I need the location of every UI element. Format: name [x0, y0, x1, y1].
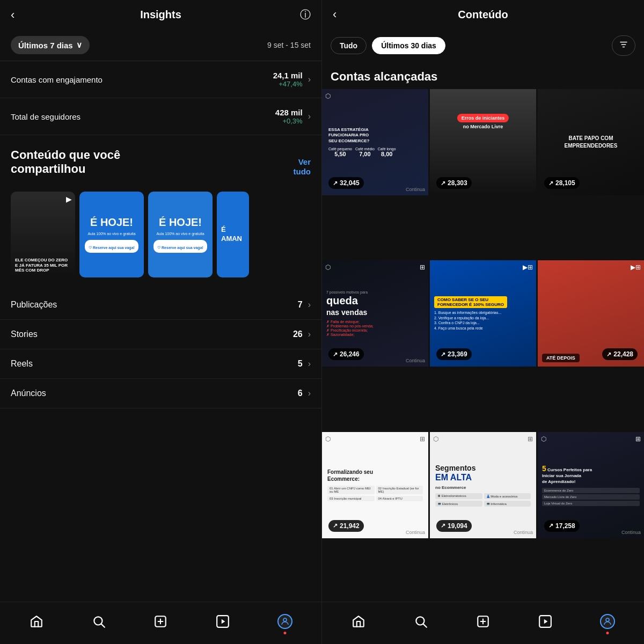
profile-icon-right: [600, 614, 615, 629]
grid-courses-9: Ecommerce do Zero Mercado Livre do Zero …: [542, 488, 640, 506]
grid-card-text-3: BATE PAPO COMEMPREENDEDORES: [565, 135, 618, 150]
nav-home-left[interactable]: [25, 610, 48, 633]
thumb-sub-2: Aula 100% ao vivo e gratuita: [87, 232, 135, 236]
grid-banner-5: COMO SABER SE O SEUFORNECEDOR É 100% SEG…: [434, 296, 507, 308]
grid-item-4[interactable]: ⬡ ⊞ 7 possíveis motivos para quedanas ve…: [322, 260, 428, 367]
left-back-button[interactable]: ‹: [11, 8, 27, 22]
svg-line-12: [423, 624, 427, 627]
followers-stat-row[interactable]: Total de seguidores 428 mil +0,3% ›: [0, 98, 321, 135]
nav-search-left[interactable]: [87, 610, 111, 633]
content-section-title: Conteúdo que você compartilhou: [11, 148, 120, 177]
left-info-button[interactable]: ⓘ: [295, 8, 311, 22]
thumb-item-4[interactable]: É AMAN: [217, 192, 249, 277]
grid-title-8: SegmentosEM ALTA: [435, 464, 531, 483]
engagement-value-group: 24,1 mil +47,4%: [273, 71, 303, 88]
engagement-change: +47,4%: [273, 80, 303, 88]
nav-add-left[interactable]: [149, 610, 172, 633]
thumb-cta-2: ♡ Reserve aqui sua vaga!: [85, 240, 138, 253]
grid-stat-9: ↗17,258: [541, 517, 583, 535]
followers-label: Total de seguidores: [11, 112, 80, 121]
grid-icon-9: ⬡: [541, 435, 546, 443]
nav-reels-left[interactable]: [211, 610, 235, 633]
profile-icon-left: [277, 614, 292, 629]
date-filter-pill[interactable]: Últimos 7 dias ∨: [11, 36, 90, 54]
metric-right-stories: 26 ›: [293, 330, 311, 339]
followers-change: +0,3%: [275, 117, 303, 125]
grid-list-4: ✗ Falta de estoque; ✗ Problemas no pós-v…: [326, 320, 374, 337]
thumb-label-2: É HOJE!: [90, 216, 133, 229]
thumb-item-1[interactable]: ▶ ELE COMEÇOU DO ZERO E JÁ FATURA 35 MIL…: [11, 192, 75, 277]
followers-value: 428 mil: [275, 108, 303, 117]
date-filter-row: Últimos 7 dias ∨ 9 set - 15 set: [0, 30, 321, 61]
thumb-item-2[interactable]: É HOJE! Aula 100% ao vivo e gratuita ♡ R…: [79, 192, 144, 277]
right-bottom-nav: [322, 602, 644, 644]
followers-value-group: 428 mil +0,3%: [275, 108, 303, 125]
svg-line-1: [101, 624, 105, 627]
chevron-right-icon: ›: [308, 75, 311, 84]
grid-item-6[interactable]: ▶⊞ ATÉ DEPOIS ↗22,428: [538, 260, 644, 367]
metric-count-reels: 5: [298, 359, 303, 369]
chevron-down-icon: ∨: [76, 40, 82, 50]
grid-gallery-icon-8: ⊞: [528, 435, 533, 443]
followers-right: 428 mil +0,3% ›: [275, 108, 311, 125]
filter-options-button[interactable]: [612, 35, 635, 56]
thumbnail-strip: ▶ ELE COMEÇOU DO ZERO E JÁ FATURA 35 MIL…: [0, 192, 321, 286]
nav-add-right[interactable]: [471, 610, 495, 633]
grid-stat-6: ↗22,428: [599, 345, 641, 363]
grid-continues-8: Continua: [514, 530, 533, 535]
metric-right-reels: 5 ›: [298, 359, 311, 369]
metric-right-anuncios: 6 ›: [298, 389, 311, 398]
nav-home-right[interactable]: [347, 610, 370, 633]
grid-title-9: 5 Cursos Perfeitos paraIniciar sua Jorna…: [542, 464, 640, 485]
right-back-button[interactable]: ‹: [333, 8, 349, 21]
nav-profile-left[interactable]: [273, 610, 297, 633]
metric-publicacoes[interactable]: Publicações 7 ›: [0, 290, 321, 320]
metric-reels[interactable]: Reels 5 ›: [0, 349, 321, 379]
profile-dot-right: [606, 632, 609, 634]
nav-profile-right[interactable]: [596, 610, 619, 633]
grid-item-8[interactable]: ⬡ ⊞ SegmentosEM ALTA no Ecommerce 🖥 Elet…: [430, 432, 536, 538]
filter-tudo[interactable]: Tudo: [331, 37, 367, 54]
grid-item-5[interactable]: ▶⊞ COMO SABER SE O SEUFORNECEDOR É 100% …: [430, 260, 536, 367]
contas-alcancadas-title: Contas alcançadas: [322, 62, 644, 89]
thumb-label-1: ELE COMEÇOU DO ZERO E JÁ FATURA 35 MIL P…: [15, 258, 71, 273]
grid-stat-4: ↗26,246: [325, 345, 367, 363]
content-grid: ⬡ ESSA ESTRATÉGIAFUNCIONARIA PROSEU ECOM…: [322, 89, 644, 602]
thumb-item-3[interactable]: É HOJE! Aula 100% ao vivo e gratuita ♡ R…: [148, 192, 213, 277]
grid-continues-4: Continua: [406, 358, 425, 363]
chevron-reels: ›: [308, 359, 311, 369]
grid-coffee-prices: Café pequeno5,50 Café médio7,00 Café lon…: [326, 147, 398, 157]
grid-title-7: Formalizando seuEcommerce:: [327, 469, 423, 482]
grid-item-3[interactable]: BATE PAPO COMEMPREENDEDORES ↗28,105: [538, 89, 644, 195]
nav-search-right[interactable]: [409, 610, 433, 633]
svg-marker-17: [544, 619, 548, 624]
grid-item-7[interactable]: ⬡ ⊞ Formalizando seuEcommerce: 01 Abrir …: [322, 432, 428, 538]
grid-list-7: 01 Abrir um CNPJ como MEI ou ME 02 Inscr…: [327, 486, 423, 501]
metric-right-pub: 7 ›: [298, 300, 311, 310]
grid-item-2[interactable]: Erros de iniciantes no Mercado Livre ↗28…: [430, 89, 536, 195]
right-page-title: Conteúdo: [349, 9, 617, 21]
filter-30days[interactable]: Últimos 30 dias: [372, 37, 445, 54]
engagement-right: 24,1 mil +47,4% ›: [273, 71, 311, 88]
grid-gallery-icon-7: ⊞: [420, 435, 425, 443]
engagement-stat-row[interactable]: Contas com engajamento 24,1 mil +47,4% ›: [0, 61, 321, 98]
grid-icon-4: ⬡: [325, 264, 331, 271]
metric-anuncios[interactable]: Anúncios 6 ›: [0, 379, 321, 408]
grid-stat-5: ↗23,369: [433, 345, 475, 363]
thumb-label-3: É HOJE!: [159, 216, 202, 229]
grid-tag-4: 7 possíveis motivos para: [326, 290, 368, 294]
grid-card-text-1: ESSA ESTRATÉGIAFUNCIONARIA PROSEU ECOMME…: [326, 127, 371, 144]
metric-stories[interactable]: Stories 26 ›: [0, 320, 321, 349]
chevron-stories: ›: [308, 330, 311, 339]
grid-item-1[interactable]: ⬡ ESSA ESTRATÉGIAFUNCIONARIA PROSEU ECOM…: [322, 89, 428, 195]
grid-icon-share-1: ⬡: [325, 92, 331, 100]
grid-video-icon-5: ▶⊞: [523, 264, 533, 271]
grid-overlay-2: Erros de iniciantes no Mercado Livre: [435, 112, 531, 129]
thumb-label-4: É AMAN: [221, 225, 245, 244]
grid-item-9[interactable]: ⬡ ⊞ 5 Cursos Perfeitos paraIniciar sua J…: [538, 432, 644, 538]
metric-count-stories: 26: [293, 330, 303, 339]
svg-point-7: [283, 618, 287, 621]
grid-continues-1: Continua: [406, 187, 425, 192]
ver-tudo-button[interactable]: Ver tudo: [294, 157, 311, 177]
nav-reels-right[interactable]: [533, 610, 557, 633]
